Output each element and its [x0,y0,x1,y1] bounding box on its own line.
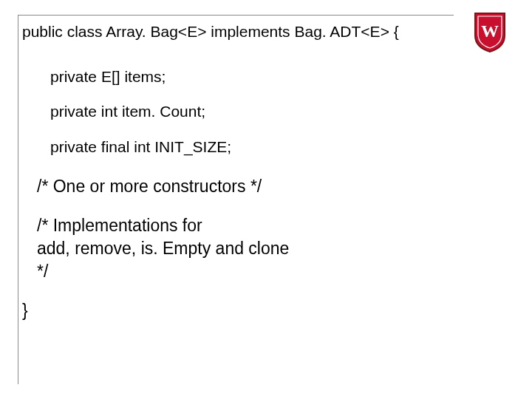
slide: W public class Array. Bag<E> implements … [0,0,532,399]
comment-implementations: /* Implementations for add, remove, is. … [37,214,502,283]
generic-e1: E [187,23,197,40]
class-declaration: public class Array. Bag<E> implements Ba… [22,22,502,41]
decl-prefix: public class Array. Bag< [22,23,187,40]
comment2-line1: /* Implementations for [37,214,502,237]
top-rule [18,15,454,16]
decl-suffix: > { [381,23,399,40]
decl-mid: > implements Bag. ADT< [197,23,369,40]
field-items: private E[] items; [50,67,502,86]
comment2-line2: add, remove, is. Empty and clone [37,237,502,260]
close-brace: } [22,301,502,321]
comment2-line3: */ [37,260,502,283]
code-block: public class Array. Bag<E> implements Ba… [22,22,502,324]
field1-type: E [101,68,112,85]
left-rule [18,15,18,384]
field1-prefix: private [50,68,101,85]
field-itemcount: private int item. Count; [50,102,502,120]
field1-suffix: [] items; [112,68,166,85]
field-initsize: private final int INIT_SIZE; [50,137,502,156]
generic-e2: E [370,23,381,40]
comment-constructors: /* One or more constructors */ [37,175,502,198]
